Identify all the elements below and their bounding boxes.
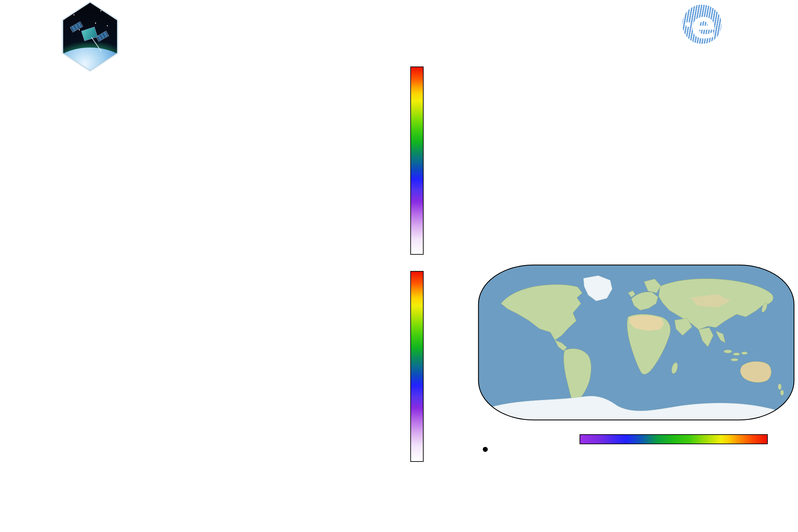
satellite-icon [81, 26, 98, 41]
esa-e-glyph: e [691, 5, 716, 44]
tof-counts-colorbar [410, 271, 424, 462]
direction-legend [80, 49, 368, 62]
axis-intervals-dot-icon [483, 447, 488, 452]
esa-logo: e [682, 4, 797, 46]
summary-plot-canvas: e [0, 0, 798, 532]
ground-track-map [478, 264, 795, 421]
satellite-panel-right-icon [96, 31, 109, 42]
altitude-colorbar [580, 434, 768, 444]
pixel-counts-colorbar [410, 66, 424, 255]
world-map [478, 264, 795, 421]
eclipse-legend [517, 49, 780, 62]
esa-dot-icon [686, 22, 690, 27]
esa-globe-icon: e [682, 5, 722, 44]
